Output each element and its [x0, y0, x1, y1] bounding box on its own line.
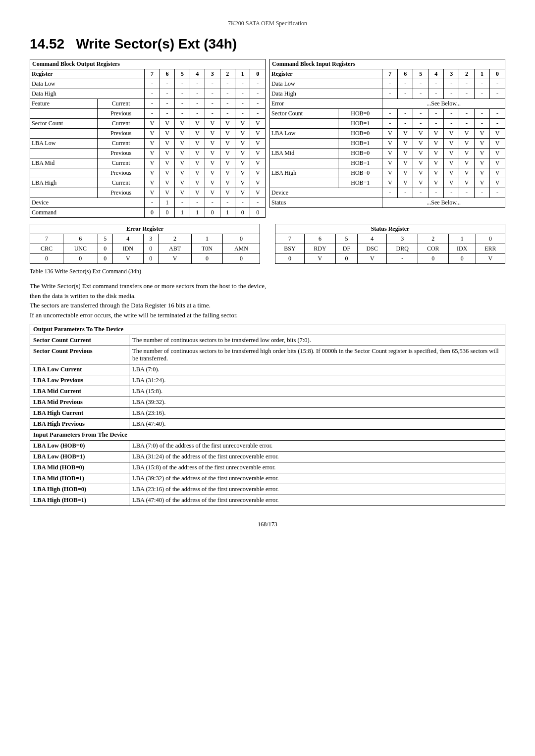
out-command-5: 1 [175, 208, 190, 218]
in-device-label: Device [270, 188, 382, 198]
in-datahigh-label: Data High [270, 89, 382, 99]
out-lbahigh-cur-5: V [175, 178, 190, 188]
in-lbalow-hob1-4: V [428, 139, 444, 149]
output-registers-section: Command Block Output Registers Register … [30, 59, 266, 218]
out-lbamid-prev-6: V [160, 168, 174, 178]
out-feature-prev-label: Previous [98, 109, 145, 119]
out-lbamid-label: LBA Mid [30, 158, 98, 168]
in-datahigh-6: - [398, 89, 413, 99]
section-title-text: Write Sector(s) Ext (34h) [76, 36, 237, 51]
in-lbamid-hob0-5: V [413, 149, 428, 158]
param-lbahigh-prev-name: LBA High Previous [30, 419, 129, 430]
in-lbamid-hob0-4: V [428, 149, 444, 158]
out-lbahigh-label: LBA High [30, 178, 98, 188]
out-lbalow-empty [30, 149, 98, 158]
out-datahigh-0: - [250, 89, 266, 99]
in-device-6: - [398, 188, 413, 198]
in-lbahigh-hob1-7: V [382, 178, 398, 188]
in-datalow-6: - [398, 79, 413, 89]
param-lbamid-prev-name: LBA Mid Previous [30, 397, 129, 408]
in-sc-hob0-5: - [413, 109, 428, 119]
out-datahigh-5: - [175, 89, 190, 99]
out-lbamid-prev-1: V [235, 168, 250, 178]
in-device-2: - [459, 188, 475, 198]
in-sc-hob1-6: - [398, 119, 413, 129]
out-sc-cur-2: V [220, 119, 235, 129]
param-lbahigh-cur-name: LBA High Current [30, 408, 129, 419]
param-sc-current-desc: The number of continuous sectors to be t… [129, 335, 505, 346]
in-lbamid-hob1-4: V [428, 158, 444, 168]
out-lbalow-cur-3: V [205, 139, 220, 149]
section-number: 14.52 [30, 36, 64, 51]
out-lbalow-label: LBA Low [30, 139, 98, 149]
in-error-see-below: ...See Below... [382, 99, 505, 109]
out-lbalow-prev-3: V [205, 149, 220, 158]
in-lbahigh-hob1-6: V [398, 178, 413, 188]
out-datahigh-1: - [235, 89, 250, 99]
err-bit1: 1 [191, 234, 222, 244]
err-name-t0n: T0N [191, 244, 222, 254]
err-name-unc: UNC [63, 244, 98, 254]
in-datahigh-7: - [382, 89, 398, 99]
out-feature-prev-3: - [205, 109, 220, 119]
in-lbamid-hob1-0: V [490, 158, 505, 168]
out-feature-cur-3: - [205, 99, 220, 109]
out-feature-empty [30, 109, 98, 119]
in-lbamid-hob1-5: V [413, 158, 428, 168]
in-lbamid-empty [270, 158, 338, 168]
err-val-5: 0 [98, 254, 112, 264]
out-device-0: - [250, 198, 266, 208]
output-reg-header: Command Block Output Registers [30, 59, 266, 69]
out-sc-cur-0: V [250, 119, 266, 129]
out-lbalow-prev-6: V [160, 149, 174, 158]
out-lbamid-cur-7: V [145, 158, 160, 168]
in-lbahigh-hob0-3: V [444, 168, 459, 178]
out-lbalow-prev-2: V [220, 149, 235, 158]
out-datahigh-2: - [220, 89, 235, 99]
in-reg-label: Register [270, 69, 382, 79]
out-lbahigh-cur-0: V [250, 178, 266, 188]
in-sc-hob0-7: - [382, 109, 398, 119]
in-datalow-1: - [475, 79, 490, 89]
in-sc-hob0-1: - [475, 109, 490, 119]
in-lbalow-hob0-label: HOB=0 [338, 129, 382, 139]
stat-bit1: 1 [448, 234, 476, 244]
out-command-4: 1 [190, 208, 205, 218]
out-datahigh-3: - [205, 89, 220, 99]
out-sc-prev-5: V [175, 129, 190, 139]
param-lbahigh-hob0-desc: LBA (23:16) of the address of the first … [129, 484, 505, 495]
out-lbamid-prev-0: V [250, 168, 266, 178]
param-lbamid-hob1-desc: LBA (39:32) of the address of the first … [129, 473, 505, 484]
in-lbamid-hob1-6: V [398, 158, 413, 168]
out-bit3: 3 [205, 69, 220, 79]
param-lbamid-hob0-name: LBA Mid (HOB=0) [30, 462, 129, 473]
out-feature-prev-7: - [145, 109, 160, 119]
in-sc-hob1-2: - [459, 119, 475, 129]
out-lbalow-cur-5: V [175, 139, 190, 149]
out-device-4: - [190, 198, 205, 208]
in-sc-hob1-label: HOB=1 [338, 119, 382, 129]
input-params-header: Input Parameters From The Device [30, 430, 505, 441]
param-lbalow-prev-name: LBA Low Previous [30, 375, 129, 386]
out-lbamid-cur-5: V [175, 158, 190, 168]
parameters-table: Output Parameters To The Device Sector C… [30, 324, 505, 506]
in-lbamid-hob0-label: HOB=0 [338, 149, 382, 158]
out-lbamid-cur-label: Current [98, 158, 145, 168]
out-feature-cur-6: - [160, 99, 174, 109]
out-lbalow-prev-label: Previous [98, 149, 145, 158]
out-lbalow-cur-6: V [160, 139, 174, 149]
param-sc-current-name: Sector Count Current [30, 335, 129, 346]
err-name-0b: 0 [143, 244, 158, 254]
out-sc-cur-5: V [175, 119, 190, 129]
out-lbahigh-cur-2: V [220, 178, 235, 188]
out-datahigh-label: Data High [30, 89, 145, 99]
out-bit6: 6 [160, 69, 174, 79]
in-sc-hob1-4: - [428, 119, 444, 129]
section-title: 14.52 Write Sector(s) Ext (34h) [30, 36, 505, 52]
stat-bit6: 6 [305, 234, 336, 244]
in-lbalow-hob1-5: V [413, 139, 428, 149]
in-bit3: 3 [444, 69, 459, 79]
out-command-2: 1 [220, 208, 235, 218]
err-name-crc: CRC [30, 244, 63, 254]
err-val-7: 0 [30, 254, 63, 264]
